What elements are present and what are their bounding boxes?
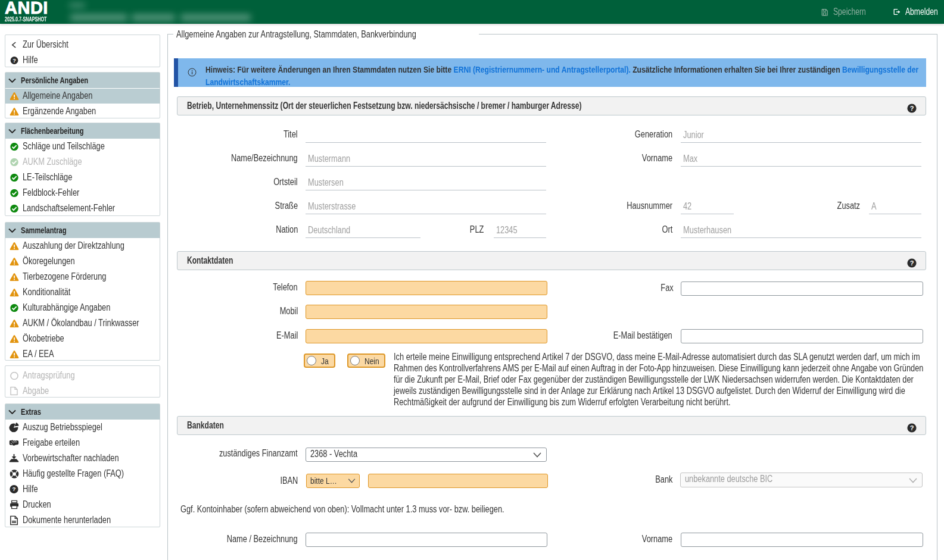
- svg-text:?: ?: [910, 259, 914, 267]
- svg-text:?: ?: [910, 424, 914, 431]
- svg-text:?: ?: [12, 486, 15, 492]
- svg-text:?: ?: [13, 57, 16, 63]
- svg-text:?: ?: [910, 105, 914, 112]
